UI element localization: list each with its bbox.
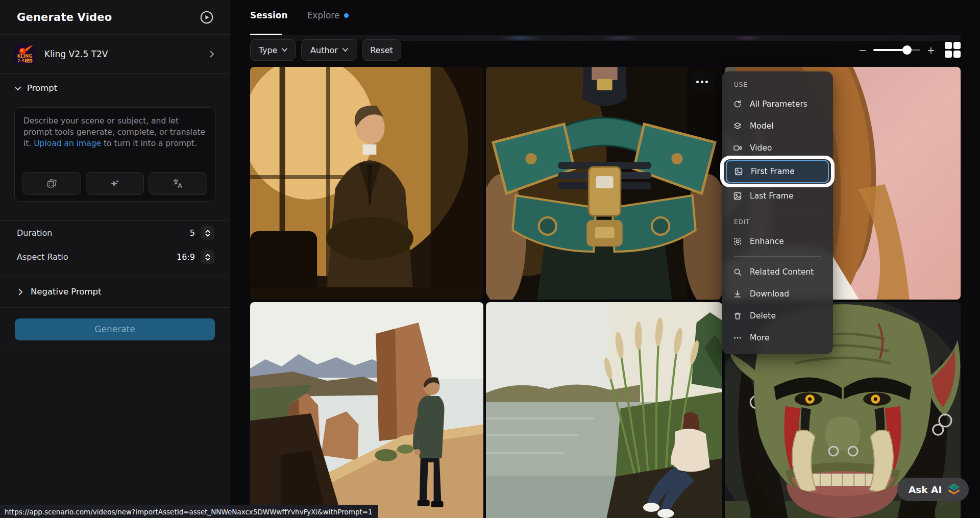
grid-icon [945, 42, 952, 49]
sidebar-header: Generate Video [0, 0, 230, 34]
prompt-toolbar [22, 172, 207, 195]
kling-model-icon: KLING 2.5 T2V [14, 43, 35, 64]
chevron-right-icon [208, 51, 215, 58]
gallery-image-armor-warrior[interactable] [486, 67, 722, 300]
explore-notification-dot [344, 13, 349, 18]
menu-divider [734, 256, 821, 257]
chevron-down-icon [14, 85, 21, 92]
menu-section-edit: EDIT [722, 215, 833, 230]
svg-text:KLING: KLING [17, 54, 33, 59]
upload-image-link[interactable]: Upload an image [34, 139, 101, 148]
status-url: https://app.scenario.com/videos/new?impo… [5, 508, 373, 516]
prompt-section-label: Prompt [27, 83, 57, 93]
image-frame-icon [733, 191, 742, 201]
dice-icon [46, 178, 57, 189]
trash-icon [733, 311, 742, 320]
menu-item-model[interactable]: Model [722, 115, 833, 137]
layers-icon [733, 121, 742, 131]
divider [0, 73, 230, 73]
random-prompt-button[interactable] [22, 172, 81, 195]
active-tab-underline [250, 34, 282, 35]
session-tabs: Session Explore [250, 10, 349, 20]
type-filter-dropdown[interactable]: Type [250, 39, 296, 61]
translate-icon [173, 178, 183, 189]
menu-item-first-frame[interactable]: First Frame [726, 160, 829, 183]
menu-divider [734, 211, 821, 211]
download-icon [733, 289, 742, 299]
zoom-slider[interactable] [873, 49, 920, 51]
zoom-slider-knob[interactable] [902, 45, 912, 55]
sparkles-icon [110, 179, 120, 189]
chevron-down-icon [282, 48, 287, 52]
menu-item-video[interactable]: Video [722, 137, 833, 159]
menu-item-more[interactable]: More [722, 327, 833, 349]
generate-video-panel: Generate Video KLING 2.5 T2V Kling V2.5 [0, 0, 230, 518]
image-context-menu: USE All Parameters Model Video [722, 71, 833, 354]
menu-item-related-content[interactable]: Related Content [722, 261, 833, 283]
ask-ai-button[interactable]: Ask AI [897, 478, 969, 501]
menu-item-last-frame[interactable]: Last Frame [722, 185, 833, 207]
thumbnail-zoom-control: − + [859, 39, 961, 61]
enhance-prompt-button[interactable] [86, 172, 144, 195]
prompt-input[interactable]: Describe your scene or subject, and let … [14, 107, 215, 202]
menu-item-download[interactable]: Download [722, 283, 833, 305]
chevron-right-icon [17, 288, 24, 295]
duration-label: Duration [17, 228, 53, 238]
author-filter-dropdown[interactable]: Author [301, 39, 357, 61]
generate-button[interactable]: Generate [15, 318, 215, 340]
search-icon [733, 267, 742, 277]
page-title: Generate Video [17, 11, 112, 23]
reset-filters-button[interactable]: Reset [362, 39, 401, 61]
image-frame-icon [734, 167, 743, 176]
negative-prompt-toggle[interactable]: Negative Prompt [0, 276, 230, 307]
gallery-image-businessman[interactable] [250, 67, 483, 300]
refresh-icon [733, 100, 742, 109]
play-circle-icon [199, 10, 214, 25]
scenario-logo-icon [947, 482, 961, 497]
video-camera-icon [733, 143, 742, 153]
aspect-ratio-value: 16:9 [177, 252, 195, 262]
gallery-image-lakeside-woman[interactable] [486, 302, 722, 518]
aspect-ratio-label: Aspect Ratio [17, 252, 68, 262]
model-name: Kling V2.5 T2V [44, 49, 199, 59]
previous-row-image-sliver [250, 35, 961, 41]
history-play-button[interactable] [199, 10, 214, 25]
zoom-in-button[interactable]: + [927, 45, 935, 55]
prompt-section-toggle[interactable]: Prompt [14, 83, 57, 93]
duration-stepper[interactable] [201, 226, 214, 240]
svg-text:2.5: 2.5 [17, 59, 24, 63]
chevron-down-icon [342, 48, 348, 52]
duration-setting: Duration 5 [0, 221, 230, 245]
enhance-icon [733, 237, 742, 246]
grid-view-button[interactable] [945, 42, 961, 58]
gallery-image-canyon-hiker[interactable] [250, 302, 483, 518]
duration-value: 5 [190, 228, 195, 238]
session-gallery [250, 67, 961, 518]
ellipsis-icon [696, 81, 699, 83]
zoom-out-button[interactable]: − [859, 45, 867, 55]
menu-section-use: USE [722, 78, 833, 93]
model-selector[interactable]: KLING 2.5 T2V Kling V2.5 T2V [0, 35, 230, 73]
aspect-ratio-setting: Aspect Ratio 16:9 [0, 245, 230, 269]
aspect-ratio-stepper[interactable] [201, 250, 214, 264]
divider [0, 351, 230, 351]
menu-item-enhance[interactable]: Enhance [722, 230, 833, 252]
menu-item-delete[interactable]: Delete [722, 305, 833, 327]
negative-prompt-label: Negative Prompt [31, 287, 102, 297]
link-status-bar: https://app.scenario.com/videos/new?impo… [0, 505, 378, 518]
tab-session[interactable]: Session [250, 10, 288, 20]
tab-explore[interactable]: Explore [307, 10, 349, 20]
translate-prompt-button[interactable] [149, 172, 207, 195]
ellipsis-icon [733, 333, 742, 342]
image-more-options-button[interactable] [691, 71, 714, 92]
menu-item-all-parameters[interactable]: All Parameters [722, 93, 833, 115]
svg-text:T2V: T2V [26, 59, 32, 62]
prompt-placeholder: Describe your scene or subject, and let … [15, 108, 215, 149]
